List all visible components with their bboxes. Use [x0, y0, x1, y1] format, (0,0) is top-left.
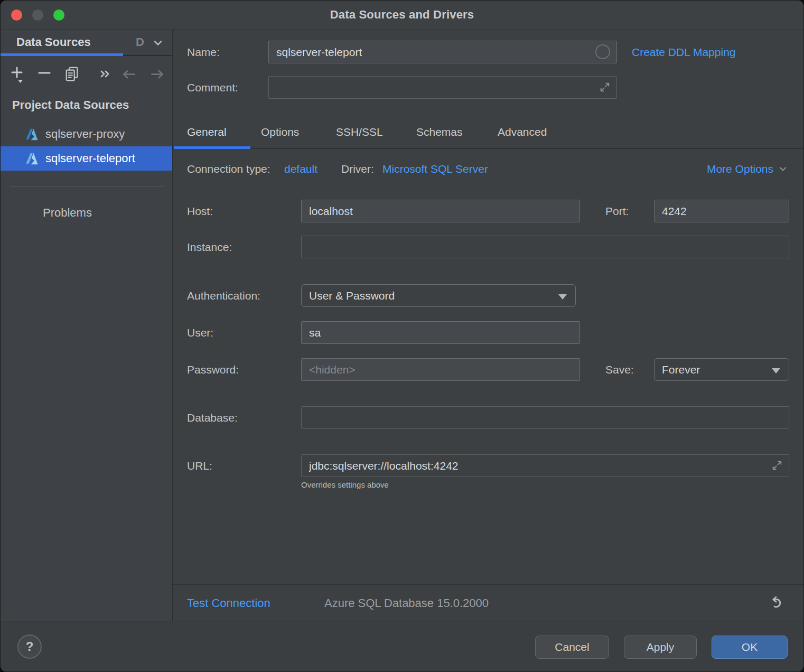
connection-type-label: Connection type: [187, 158, 270, 180]
more-chevrons-icon[interactable] [98, 66, 114, 83]
tab-options[interactable]: Options [261, 121, 299, 143]
name-input[interactable] [268, 41, 617, 63]
tab-drivers-clipped[interactable]: D [136, 30, 147, 55]
traffic-lights [11, 10, 64, 21]
titlebar: Data Sources and Drivers [1, 1, 803, 30]
dialog-button-bar: ? Cancel Apply OK [1, 621, 803, 671]
data-sources-dialog: Data Sources and Drivers Data Sources D [0, 0, 804, 672]
chevron-down-icon [778, 164, 788, 174]
authentication-select[interactable]: User & Password [301, 284, 576, 307]
save-value: Forever [662, 363, 700, 376]
url-label: URL: [187, 454, 212, 477]
forward-arrow-icon[interactable] [149, 66, 165, 83]
chevron-down-icon[interactable] [152, 36, 164, 49]
apply-button[interactable]: Apply [624, 636, 697, 659]
host-label: Host: [187, 200, 213, 222]
remove-icon[interactable] [36, 66, 52, 83]
password-input[interactable] [301, 358, 580, 381]
connection-type-link[interactable]: default [284, 158, 317, 180]
test-connection-row: Test Connection Azure SQL Database 15.0.… [173, 585, 803, 622]
url-input[interactable] [301, 454, 789, 477]
name-label: Name: [187, 41, 220, 63]
port-label: Port: [605, 200, 629, 222]
tab-advanced[interactable]: Advanced [498, 121, 547, 143]
azure-icon [25, 152, 39, 166]
name-loading-indicator [595, 44, 610, 59]
azure-icon [25, 127, 39, 142]
window-title: Data Sources and Drivers [330, 8, 474, 22]
password-label: Password: [187, 358, 239, 381]
data-source-tree: sqlserver-proxy sqlserver-teleport [1, 122, 172, 171]
close-button[interactable] [11, 10, 22, 21]
tree-item-sqlserver-teleport[interactable]: sqlserver-teleport [1, 146, 172, 171]
sidebar-divider [10, 186, 164, 187]
tree-item-sqlserver-proxy[interactable]: sqlserver-proxy [1, 122, 172, 146]
server-version-text: Azure SQL Database 15.0.2000 [324, 585, 489, 622]
dropdown-arrow-icon [772, 368, 780, 374]
active-tab-underline [1, 53, 123, 56]
tab-ssh-ssl[interactable]: SSH/SSL [336, 121, 383, 143]
sidebar: Data Sources D [1, 30, 173, 621]
sidebar-toolbar [1, 59, 172, 89]
tab-schemas[interactable]: Schemas [416, 121, 463, 143]
more-options-link[interactable]: More Options [707, 158, 788, 180]
revert-icon[interactable] [769, 585, 784, 622]
tree-item-label: sqlserver-teleport [45, 152, 135, 165]
ok-button[interactable]: OK [712, 636, 788, 659]
save-select[interactable]: Forever [654, 358, 789, 381]
driver-link[interactable]: Microsoft SQL Server [382, 158, 488, 180]
dropdown-arrow-icon [558, 294, 567, 300]
authentication-label: Authentication: [187, 284, 260, 307]
database-input[interactable] [301, 406, 789, 429]
comment-label: Comment: [187, 76, 238, 99]
instance-input[interactable] [301, 236, 789, 258]
expand-field-icon[interactable] [771, 460, 783, 471]
driver-label: Driver: [341, 158, 374, 180]
tab-data-sources[interactable]: Data Sources [16, 30, 91, 55]
help-button[interactable]: ? [17, 634, 42, 659]
project-data-sources-header: Project Data Sources [12, 98, 129, 112]
connection-settings-panel: Name: Create DDL Mapping Comment: Genera… [173, 30, 803, 621]
sidebar-tab-bar: Data Sources D [1, 30, 172, 56]
save-label: Save: [605, 358, 634, 381]
zoom-button[interactable] [53, 10, 64, 21]
active-tab-underline [174, 146, 250, 149]
host-input[interactable] [301, 200, 580, 222]
add-icon[interactable] [10, 66, 26, 83]
tree-item-label: sqlserver-proxy [45, 127, 125, 141]
more-options-label: More Options [707, 163, 773, 175]
instance-label: Instance: [187, 236, 232, 258]
comment-input[interactable] [268, 76, 617, 99]
duplicate-icon[interactable] [64, 66, 80, 83]
tab-divider [173, 148, 803, 149]
user-input[interactable] [301, 321, 580, 344]
cancel-button[interactable]: Cancel [535, 636, 609, 659]
create-ddl-mapping-link[interactable]: Create DDL Mapping [632, 41, 736, 63]
url-hint: Overrides settings above [301, 480, 389, 489]
port-input[interactable] [654, 200, 789, 222]
authentication-value: User & Password [309, 290, 395, 302]
expand-field-icon[interactable] [599, 81, 611, 93]
help-label: ? [26, 639, 34, 654]
test-connection-link[interactable]: Test Connection [187, 585, 270, 622]
user-label: User: [187, 321, 213, 344]
database-label: Database: [187, 406, 238, 429]
minimize-button[interactable] [32, 10, 43, 21]
back-arrow-icon[interactable] [121, 66, 137, 83]
problems-section-label[interactable]: Problems [43, 206, 92, 220]
tab-general[interactable]: General [187, 121, 227, 143]
